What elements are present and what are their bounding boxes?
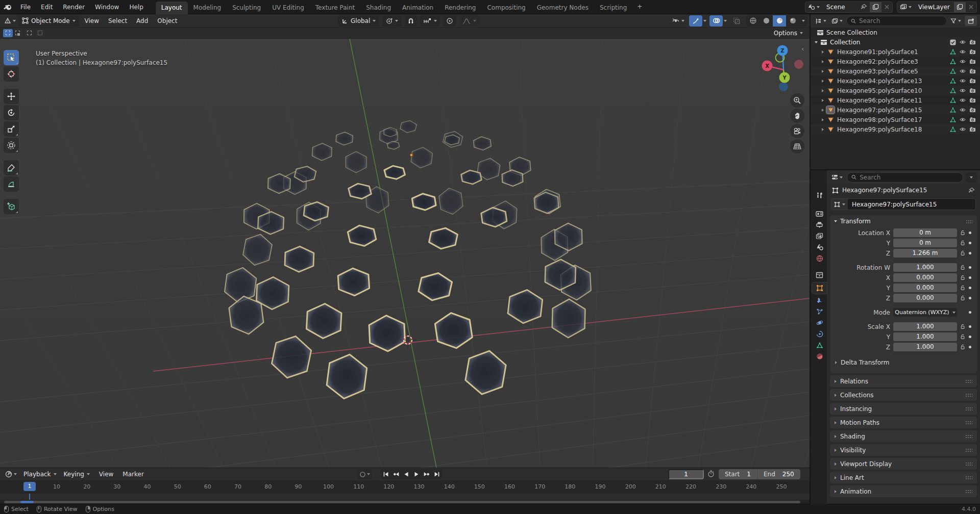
panel-drag-grip[interactable]	[965, 448, 972, 452]
orientation-dropdown[interactable]: Global	[338, 15, 379, 27]
lock-icon[interactable]	[960, 295, 966, 301]
object-name[interactable]: Hexagone97:polySurface15	[837, 107, 922, 114]
view-layer-name[interactable]: ViewLayer	[914, 4, 954, 11]
menu-item[interactable]: Edit	[36, 1, 58, 13]
proportional-editing-toggle[interactable]	[443, 15, 456, 27]
tab-material[interactable]	[812, 351, 827, 362]
collection-hide-eye-icon[interactable]	[959, 39, 966, 45]
workspace-tab[interactable]: UV Editing	[266, 2, 310, 14]
rotation-mode-dropdown[interactable]: Quaternion (WXYZ)	[893, 308, 957, 317]
lock-icon[interactable]	[960, 230, 966, 236]
properties-search-input[interactable]	[860, 174, 959, 181]
transform-panel-header[interactable]: Transform	[830, 215, 977, 227]
shading-solid-button[interactable]	[760, 15, 773, 27]
workspace-tab[interactable]: Layout	[156, 2, 188, 14]
timeline-ruler[interactable]: 1 10203040506070809010011012013014015016…	[0, 480, 810, 494]
tab-constraints[interactable]	[812, 328, 827, 340]
outliner-object-row[interactable]: Hexagone98:polySurface17	[811, 115, 980, 124]
snap-toggle[interactable]	[405, 15, 417, 27]
tab-modifiers[interactable]	[812, 295, 827, 306]
cursor-tool[interactable]	[4, 66, 19, 82]
expand-icon[interactable]	[822, 89, 824, 92]
animate-dot[interactable]	[969, 232, 971, 234]
hide-eye-icon[interactable]	[959, 68, 966, 74]
annotate-tool[interactable]	[4, 160, 19, 175]
collapsed-panel-header[interactable]: Viewport Display	[830, 458, 977, 470]
navigation-gizmo[interactable]: Z X Y	[762, 45, 807, 92]
scene-selector[interactable]: Scene	[805, 2, 893, 13]
lock-icon[interactable]	[960, 334, 966, 340]
mesh-object-icon[interactable]	[826, 125, 835, 133]
scene-browse-icon[interactable]	[805, 2, 822, 12]
auto-keying-toggle[interactable]	[357, 469, 372, 479]
properties-editor[interactable]: Hexagone97:polySurface15 Transform	[811, 169, 980, 504]
mesh-data-icon[interactable]	[950, 117, 956, 123]
transform-tool[interactable]	[4, 138, 19, 153]
workspace-tab[interactable]: Shading	[360, 2, 397, 14]
collapsed-panel-header[interactable]: Animation	[830, 485, 977, 497]
lock-icon[interactable]	[960, 265, 966, 271]
options-dropdown[interactable]: Options	[770, 28, 806, 39]
breadcrumb-object-name[interactable]: Hexagone97:polySurface15	[842, 187, 927, 194]
render-camera-icon[interactable]	[969, 107, 976, 113]
number-field[interactable]: 1.266 m	[893, 249, 957, 258]
mesh-data-icon[interactable]	[950, 88, 956, 94]
start-frame-field[interactable]: Start 1	[719, 469, 757, 479]
select-box-tool[interactable]	[4, 50, 19, 65]
animate-dot[interactable]	[969, 266, 971, 269]
pin-icon[interactable]	[858, 2, 870, 12]
rotate-tool[interactable]	[4, 105, 19, 120]
gizmos-dropdown[interactable]	[703, 20, 706, 22]
move-tool[interactable]	[4, 89, 19, 104]
render-camera-icon[interactable]	[969, 97, 976, 103]
visibility-dropdown[interactable]	[670, 15, 686, 27]
shading-material-preview-button[interactable]	[773, 15, 786, 27]
animate-dot[interactable]	[969, 252, 971, 254]
workspace-tab[interactable]: Texture Paint	[310, 2, 360, 14]
mesh-data-icon[interactable]	[950, 126, 956, 133]
delta-transform-panel[interactable]: Delta Transform	[830, 357, 977, 368]
timeline-menu-dropdown[interactable]: Keying	[60, 469, 93, 480]
mesh-object-icon[interactable]	[826, 96, 835, 104]
workspace-tab[interactable]: Geometry Nodes	[531, 2, 594, 14]
object-name[interactable]: Hexagone91:polySurface1	[837, 48, 918, 56]
render-camera-icon[interactable]	[969, 68, 976, 74]
mesh-object-icon[interactable]	[826, 48, 835, 56]
add-cube-tool[interactable]	[4, 199, 19, 214]
view-layer-selector[interactable]: ViewLayer	[897, 2, 977, 13]
hide-eye-icon[interactable]	[959, 97, 966, 103]
object-name[interactable]: Hexagone96:polySurface11	[837, 97, 922, 104]
mesh-object-icon[interactable]	[826, 67, 835, 75]
render-camera-icon[interactable]	[969, 126, 976, 132]
current-frame-field[interactable]	[668, 469, 704, 479]
viewport-3d[interactable]: Object Mode ViewSelectAddObject Global	[0, 14, 810, 468]
panel-drag-grip[interactable]	[965, 379, 972, 383]
object-id-icon[interactable]	[831, 199, 848, 210]
hide-eye-icon[interactable]	[959, 107, 966, 113]
tab-collection[interactable]	[812, 269, 827, 280]
hide-eye-icon[interactable]	[959, 59, 966, 64]
collection-render-camera-icon[interactable]	[969, 39, 976, 45]
expand-icon[interactable]	[822, 70, 824, 73]
timeline-scrollbar[interactable]	[4, 501, 800, 503]
new-scene-button[interactable]	[870, 2, 881, 12]
outliner-search[interactable]	[846, 16, 947, 26]
playhead[interactable]: 1	[23, 482, 36, 491]
mode-dropdown[interactable]: Object Mode	[18, 15, 79, 27]
outliner-object-row[interactable]: Hexagone92:polySurface3	[811, 57, 980, 66]
lock-icon[interactable]	[960, 285, 966, 291]
mesh-data-icon[interactable]	[950, 68, 956, 74]
outliner-object-row[interactable]: Hexagone95:polySurface10	[811, 86, 980, 95]
workspace-tab[interactable]: Sculpting	[227, 2, 266, 14]
workspace-tab[interactable]: Scripting	[594, 2, 632, 14]
viewport-scene[interactable]	[0, 39, 810, 468]
animate-dot[interactable]	[969, 346, 971, 348]
select-mode-intersect-button[interactable]	[35, 29, 45, 37]
remove-view-layer-button[interactable]	[966, 2, 976, 12]
tab-tool[interactable]	[812, 190, 827, 201]
tab-object-data[interactable]	[812, 340, 827, 351]
animate-dot[interactable]	[969, 336, 971, 338]
number-field[interactable]: 1.000	[893, 332, 957, 341]
timeline-editor-type-button[interactable]	[3, 469, 19, 479]
outliner-object-row[interactable]: Hexagone94:polySurface13	[811, 76, 980, 86]
